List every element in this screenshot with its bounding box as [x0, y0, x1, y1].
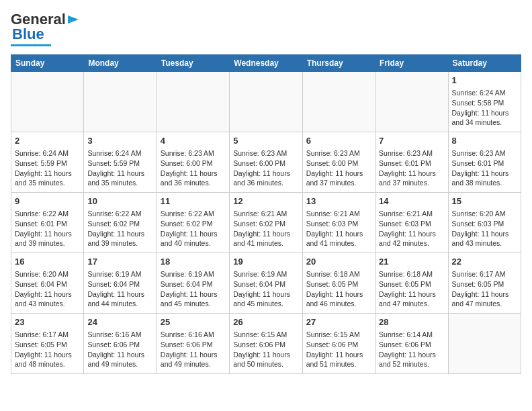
- calendar-cell: [157, 72, 229, 132]
- logo-underline: [11, 44, 51, 46]
- day-info: Sunrise: 6:19 AM Sunset: 6:04 PM Dayligh…: [161, 269, 226, 309]
- week-row-1: 2Sunrise: 6:24 AM Sunset: 5:59 PM Daylig…: [11, 132, 521, 193]
- weekday-tuesday: Tuesday: [157, 55, 229, 72]
- logo-text-blue: Blue: [12, 26, 44, 43]
- calendar-cell: 1Sunrise: 6:24 AM Sunset: 5:58 PM Daylig…: [448, 72, 521, 132]
- calendar-cell: [11, 72, 84, 132]
- day-info: Sunrise: 6:15 AM Sunset: 6:06 PM Dayligh…: [306, 330, 371, 369]
- calendar-cell: 19Sunrise: 6:19 AM Sunset: 6:04 PM Dayli…: [230, 253, 302, 314]
- calendar-table: SundayMondayTuesdayWednesdayThursdayFrid…: [11, 54, 521, 374]
- day-info: Sunrise: 6:23 AM Sunset: 6:00 PM Dayligh…: [233, 148, 298, 188]
- day-number: 17: [87, 256, 152, 268]
- day-info: Sunrise: 6:17 AM Sunset: 6:05 PM Dayligh…: [15, 330, 80, 369]
- day-info: Sunrise: 6:23 AM Sunset: 6:00 PM Dayligh…: [306, 148, 371, 188]
- calendar-header: SundayMondayTuesdayWednesdayThursdayFrid…: [11, 55, 521, 72]
- calendar-cell: 27Sunrise: 6:15 AM Sunset: 6:06 PM Dayli…: [302, 314, 375, 374]
- day-info: Sunrise: 6:18 AM Sunset: 6:05 PM Dayligh…: [379, 269, 444, 309]
- calendar-cell: 17Sunrise: 6:19 AM Sunset: 6:04 PM Dayli…: [84, 253, 157, 314]
- day-info: Sunrise: 6:21 AM Sunset: 6:03 PM Dayligh…: [379, 209, 444, 248]
- day-number: 8: [452, 135, 517, 147]
- week-row-3: 16Sunrise: 6:20 AM Sunset: 6:04 PM Dayli…: [11, 253, 521, 314]
- calendar-cell: 9Sunrise: 6:22 AM Sunset: 6:01 PM Daylig…: [11, 193, 84, 253]
- calendar-cell: 20Sunrise: 6:18 AM Sunset: 6:05 PM Dayli…: [302, 253, 375, 314]
- calendar-cell: 24Sunrise: 6:16 AM Sunset: 6:06 PM Dayli…: [84, 314, 157, 374]
- day-info: Sunrise: 6:23 AM Sunset: 6:00 PM Dayligh…: [161, 148, 226, 188]
- day-number: 26: [233, 316, 298, 328]
- weekday-thursday: Thursday: [302, 55, 375, 72]
- calendar-cell: 6Sunrise: 6:23 AM Sunset: 6:00 PM Daylig…: [302, 132, 375, 193]
- day-info: Sunrise: 6:20 AM Sunset: 6:04 PM Dayligh…: [15, 269, 80, 309]
- calendar-cell: 5Sunrise: 6:23 AM Sunset: 6:00 PM Daylig…: [230, 132, 302, 193]
- day-info: Sunrise: 6:23 AM Sunset: 6:01 PM Dayligh…: [452, 148, 517, 188]
- logo: General Blue: [11, 11, 80, 46]
- day-info: Sunrise: 6:22 AM Sunset: 6:01 PM Dayligh…: [15, 209, 80, 248]
- calendar-cell: 18Sunrise: 6:19 AM Sunset: 6:04 PM Dayli…: [157, 253, 229, 314]
- day-info: Sunrise: 6:21 AM Sunset: 6:02 PM Dayligh…: [233, 209, 298, 248]
- svg-marker-0: [68, 15, 79, 24]
- day-number: 15: [452, 195, 517, 208]
- calendar-cell: 8Sunrise: 6:23 AM Sunset: 6:01 PM Daylig…: [448, 132, 521, 193]
- weekday-wednesday: Wednesday: [230, 55, 302, 72]
- calendar-cell: 10Sunrise: 6:22 AM Sunset: 6:02 PM Dayli…: [84, 193, 157, 253]
- day-number: 2: [15, 135, 80, 147]
- day-number: 14: [379, 195, 444, 208]
- calendar-cell: 14Sunrise: 6:21 AM Sunset: 6:03 PM Dayli…: [375, 193, 448, 253]
- day-number: 21: [379, 256, 444, 268]
- day-info: Sunrise: 6:20 AM Sunset: 6:03 PM Dayligh…: [452, 209, 517, 248]
- calendar-cell: 22Sunrise: 6:17 AM Sunset: 6:05 PM Dayli…: [448, 253, 521, 314]
- day-info: Sunrise: 6:24 AM Sunset: 5:58 PM Dayligh…: [452, 88, 517, 128]
- calendar-cell: 21Sunrise: 6:18 AM Sunset: 6:05 PM Dayli…: [375, 253, 448, 314]
- day-info: Sunrise: 6:19 AM Sunset: 6:04 PM Dayligh…: [87, 269, 152, 309]
- day-number: 13: [306, 195, 371, 208]
- calendar-cell: [230, 72, 302, 132]
- day-number: 20: [306, 256, 371, 268]
- week-row-0: 1Sunrise: 6:24 AM Sunset: 5:58 PM Daylig…: [11, 72, 521, 132]
- day-number: 1: [452, 75, 517, 87]
- weekday-monday: Monday: [84, 55, 157, 72]
- weekday-friday: Friday: [375, 55, 448, 72]
- day-info: Sunrise: 6:19 AM Sunset: 6:04 PM Dayligh…: [233, 269, 298, 309]
- weekday-saturday: Saturday: [448, 55, 521, 72]
- day-number: 25: [161, 316, 226, 328]
- calendar-cell: 12Sunrise: 6:21 AM Sunset: 6:02 PM Dayli…: [230, 193, 302, 253]
- day-info: Sunrise: 6:24 AM Sunset: 5:59 PM Dayligh…: [15, 148, 80, 188]
- day-number: 18: [161, 256, 226, 268]
- calendar-cell: 25Sunrise: 6:16 AM Sunset: 6:06 PM Dayli…: [157, 314, 229, 374]
- weekday-header-row: SundayMondayTuesdayWednesdayThursdayFrid…: [11, 55, 521, 72]
- calendar-cell: [375, 72, 448, 132]
- day-info: Sunrise: 6:14 AM Sunset: 6:06 PM Dayligh…: [379, 330, 444, 369]
- calendar-cell: 7Sunrise: 6:23 AM Sunset: 6:01 PM Daylig…: [375, 132, 448, 193]
- day-number: 7: [379, 135, 444, 147]
- day-number: 11: [161, 195, 226, 208]
- calendar-cell: 26Sunrise: 6:15 AM Sunset: 6:06 PM Dayli…: [230, 314, 302, 374]
- day-number: 22: [452, 256, 517, 268]
- day-number: 19: [233, 256, 298, 268]
- day-number: 10: [87, 195, 152, 208]
- day-number: 12: [233, 195, 298, 208]
- day-info: Sunrise: 6:17 AM Sunset: 6:05 PM Dayligh…: [452, 269, 517, 309]
- day-info: Sunrise: 6:18 AM Sunset: 6:05 PM Dayligh…: [306, 269, 371, 309]
- day-number: 27: [306, 316, 371, 328]
- day-number: 24: [87, 316, 152, 328]
- calendar-cell: 16Sunrise: 6:20 AM Sunset: 6:04 PM Dayli…: [11, 253, 84, 314]
- day-number: 5: [233, 135, 298, 147]
- calendar-cell: 23Sunrise: 6:17 AM Sunset: 6:05 PM Dayli…: [11, 314, 84, 374]
- week-row-4: 23Sunrise: 6:17 AM Sunset: 6:05 PM Dayli…: [11, 314, 521, 374]
- calendar-cell: [84, 72, 157, 132]
- day-info: Sunrise: 6:24 AM Sunset: 5:59 PM Dayligh…: [87, 148, 152, 188]
- calendar-cell: 11Sunrise: 6:22 AM Sunset: 6:02 PM Dayli…: [157, 193, 229, 253]
- calendar-cell: 4Sunrise: 6:23 AM Sunset: 6:00 PM Daylig…: [157, 132, 229, 193]
- calendar-cell: 13Sunrise: 6:21 AM Sunset: 6:03 PM Dayli…: [302, 193, 375, 253]
- day-number: 28: [379, 316, 444, 328]
- calendar-cell: 15Sunrise: 6:20 AM Sunset: 6:03 PM Dayli…: [448, 193, 521, 253]
- day-number: 4: [161, 135, 226, 147]
- logo-arrow-icon: [66, 13, 80, 26]
- day-number: 3: [87, 135, 152, 147]
- weekday-sunday: Sunday: [11, 55, 84, 72]
- week-row-2: 9Sunrise: 6:22 AM Sunset: 6:01 PM Daylig…: [11, 193, 521, 253]
- calendar-cell: [302, 72, 375, 132]
- calendar-cell: 2Sunrise: 6:24 AM Sunset: 5:59 PM Daylig…: [11, 132, 84, 193]
- day-info: Sunrise: 6:15 AM Sunset: 6:06 PM Dayligh…: [233, 330, 298, 369]
- day-info: Sunrise: 6:16 AM Sunset: 6:06 PM Dayligh…: [161, 330, 226, 369]
- page-header: General Blue: [11, 11, 521, 46]
